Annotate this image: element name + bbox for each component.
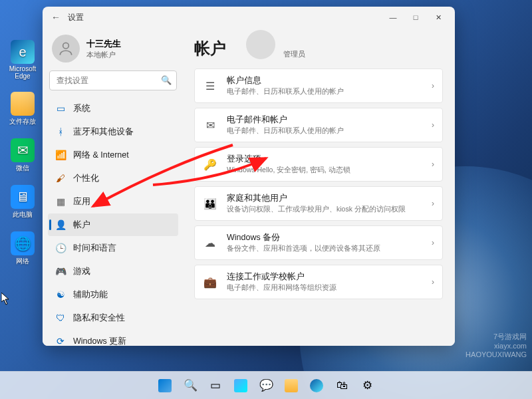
card-subtitle: 电子邮件、日历和联系人使用的帐户 (227, 87, 422, 96)
chevron-right-icon: › (432, 120, 434, 130)
card-account-info[interactable]: ☰ 帐户信息 电子邮件、日历和联系人使用的帐户 › (194, 68, 443, 103)
card-email-accounts[interactable]: ✉ 电子邮件和帐户 电子邮件、日历和联系人使用的帐户 › (194, 108, 443, 142)
window-body: 十三先生 本地帐户 🔍 ▭ 系统 ᚼ 蓝牙和其他设备 📶 (43, 28, 455, 346)
nav-item-apps[interactable]: ▦ 应用 (48, 190, 178, 213)
card-title: 登录选项 (227, 154, 422, 165)
folder-icon (11, 92, 35, 116)
id-card-icon: ☰ (203, 78, 217, 93)
nav-item-privacy[interactable]: 🛡 隐私和安全性 (48, 307, 178, 329)
taskbar-store[interactable]: 🛍 (331, 374, 353, 397)
nav-label: 应用 (73, 196, 90, 207)
desktop-icon-label: 此电脑 (13, 210, 33, 219)
chevron-right-icon: › (432, 199, 434, 208)
user-texts: 十三先生 本地帐户 (86, 38, 121, 60)
card-family-users[interactable]: 👪 家庭和其他用户 设备访问权限、工作或学校用户、kiosk 分配的访问权限 › (194, 186, 443, 221)
back-button[interactable]: ← (48, 12, 64, 23)
widgets-icon (234, 379, 247, 392)
page-title: 帐户 (194, 38, 226, 59)
accessibility-icon: ☯ (55, 289, 66, 301)
nav-label: Windows 更新 (73, 336, 126, 346)
watermark: 7号游戏网 xiayx.com HAOYOUXIWANG (466, 332, 527, 359)
desktop-icon-label: Microsoft Edge (4, 65, 41, 80)
card-backup[interactable]: ☁ Windows 备份 备份文件、应用和首选项，以便跨设备将其还原 › (194, 225, 443, 260)
shield-icon: 🛡 (55, 312, 66, 324)
card-signin-options[interactable]: 🔑 登录选项 Windows Hello, 安全密钥, 密码, 动态锁 › (194, 147, 443, 182)
card-subtitle: 电子邮件、应用和网络等组织资源 (227, 283, 422, 293)
nav-item-system[interactable]: ▭ 系统 (48, 97, 178, 120)
wechat-icon: ✉ (11, 138, 35, 162)
taskbar-chat[interactable]: 💬 (255, 374, 277, 397)
taskview-icon: ▭ (210, 378, 221, 392)
nav-label: 游戏 (73, 266, 90, 277)
search-icon: 🔍 (184, 378, 198, 392)
nav-label: 时间和语言 (73, 243, 116, 254)
nav-label: 系统 (73, 103, 90, 114)
nav-item-accessibility[interactable]: ☯ 辅助功能 (48, 283, 178, 306)
mail-icon: ✉ (203, 118, 217, 132)
nav-label: 辅助功能 (73, 289, 108, 301)
nav-label: 帐户 (73, 219, 90, 231)
close-button[interactable]: ✕ (427, 8, 450, 27)
desktop-icon-edge[interactable]: e Microsoft Edge (4, 40, 41, 80)
search-input[interactable] (49, 70, 177, 90)
cloud-icon: ☁ (203, 235, 217, 250)
chevron-right-icon: › (432, 81, 434, 90)
nav-label: 隐私和安全性 (73, 313, 125, 324)
chevron-right-icon: › (432, 160, 434, 169)
svg-point-0 (63, 43, 69, 49)
nav-item-accounts[interactable]: 👤 帐户 (48, 213, 178, 236)
nav-item-update[interactable]: ⟳ Windows 更新 (48, 330, 178, 346)
gear-icon: ⚙ (362, 378, 372, 392)
taskbar-edge[interactable] (305, 374, 328, 397)
people-icon: 👪 (203, 196, 217, 211)
edge-icon: e (11, 40, 35, 64)
nav: ▭ 系统 ᚼ 蓝牙和其他设备 📶 网络 & Internet 🖌 个性化 ▦ (48, 97, 178, 346)
taskbar-start[interactable] (154, 374, 176, 397)
nav-item-personalization[interactable]: 🖌 个性化 (48, 167, 178, 190)
edge-icon (310, 379, 323, 392)
window-title: 设置 (68, 12, 382, 23)
desktop-icon-label: 文件存放 (9, 117, 36, 126)
person-icon: 👤 (55, 219, 66, 231)
desktop-icon-network[interactable]: 🌐 网络 (4, 231, 41, 266)
card-title: 连接工作或学校帐户 (227, 271, 422, 283)
card-subtitle: 备份文件、应用和首选项，以便跨设备将其还原 (227, 244, 422, 253)
nav-item-gaming[interactable]: 🎮 游戏 (48, 260, 178, 283)
nav-item-bluetooth[interactable]: ᚼ 蓝牙和其他设备 (48, 120, 178, 143)
card-subtitle: Windows Hello, 安全密钥, 密码, 动态锁 (227, 166, 422, 175)
card-title: 家庭和其他用户 (227, 193, 422, 204)
maximize-button[interactable]: □ (404, 8, 427, 27)
page-head: 帐户 管理员 (194, 32, 443, 59)
store-icon: 🛍 (336, 379, 348, 392)
taskbar-explorer[interactable] (280, 374, 303, 397)
desktop-icon-thispc[interactable]: 🖥 此电脑 (4, 185, 41, 219)
globe-icon: 🌐 (11, 231, 35, 255)
sidebar: 十三先生 本地帐户 🔍 ▭ 系统 ᚼ 蓝牙和其他设备 📶 (43, 28, 184, 346)
nav-item-time[interactable]: 🕒 时间和语言 (48, 237, 178, 259)
paint-icon: 🖌 (55, 172, 66, 184)
card-subtitle: 设备访问权限、工作或学校用户、kiosk 分配的访问权限 (227, 205, 422, 214)
card-subtitle: 电子邮件、日历和联系人使用的帐户 (227, 126, 422, 136)
card-title: 电子邮件和帐户 (227, 114, 422, 126)
titlebar: ← 设置 — □ ✕ (43, 7, 455, 28)
card-work-school[interactable]: 💼 连接工作或学校帐户 电子邮件、应用和网络等组织资源 › (194, 265, 443, 299)
windows-icon (158, 379, 172, 392)
nav-label: 网络 & Internet (73, 150, 129, 161)
nav-label: 个性化 (73, 173, 99, 184)
nav-item-network[interactable]: 📶 网络 & Internet (48, 144, 178, 166)
desktop-icons: e Microsoft Edge 文件存放 ✉ 微信 🖥 此电脑 🌐 网络 (4, 40, 41, 266)
user-block[interactable]: 十三先生 本地帐户 (48, 32, 178, 69)
taskbar-settings[interactable]: ⚙ (356, 374, 378, 397)
system-icon: ▭ (55, 102, 66, 114)
desktop-icon-label: 网络 (16, 257, 29, 266)
desktop-icon-wechat[interactable]: ✉ 微信 (4, 138, 41, 173)
minimize-button[interactable]: — (382, 8, 404, 27)
search-icon: 🔍 (161, 75, 172, 85)
gamepad-icon: 🎮 (55, 265, 66, 277)
taskbar-widgets[interactable] (229, 374, 252, 397)
update-icon: ⟳ (55, 335, 66, 346)
chat-icon: 💬 (259, 378, 273, 392)
desktop-icon-folder[interactable]: 文件存放 (4, 92, 41, 126)
taskbar-search[interactable]: 🔍 (179, 374, 201, 397)
taskbar-taskview[interactable]: ▭ (204, 374, 227, 397)
